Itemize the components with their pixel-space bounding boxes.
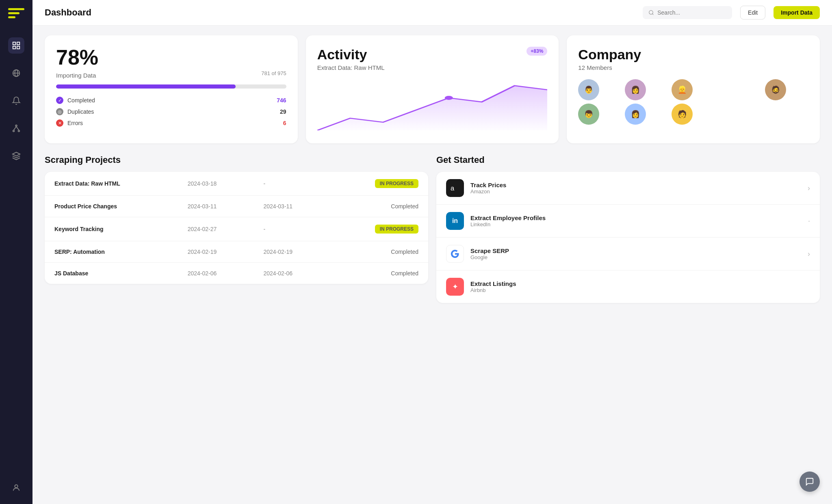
stat-errors-label: Errors <box>67 120 279 126</box>
project-name: Product Price Changes <box>45 196 178 217</box>
table-row: Product Price Changes 2024-03-11 2024-03… <box>45 196 428 217</box>
gs-subtitle-airbnb: Airbnb <box>470 287 810 293</box>
main-content: Dashboard Edit Import Data 78% Importing… <box>32 0 832 504</box>
gs-title-amazon: Track Prices <box>470 182 801 188</box>
sidebar-item-nodes[interactable] <box>8 120 24 136</box>
company-card: Company 12 Members 👨 👩 👱 🧔 👦 👩 🧑 <box>567 35 820 143</box>
svg-rect-0 <box>13 42 15 45</box>
get-started-section: Get Started a Track Prices Amazon › in E… <box>436 155 820 303</box>
sidebar-item-layers[interactable] <box>8 148 24 164</box>
project-status: IN PROGRESS <box>329 217 428 241</box>
get-started-item-amazon[interactable]: a Track Prices Amazon › <box>436 172 820 205</box>
stat-duplicates-value: 29 <box>280 108 286 115</box>
svg-point-14 <box>649 11 653 14</box>
svg-rect-3 <box>17 46 20 49</box>
google-icon <box>446 245 464 263</box>
project-start-date: 2024-02-27 <box>178 217 254 241</box>
avatar: 🧑 <box>672 104 693 125</box>
svg-point-7 <box>15 125 17 127</box>
import-label: Importing Data <box>56 72 96 79</box>
project-end-date: - <box>254 172 330 196</box>
sidebar-user[interactable] <box>8 480 24 496</box>
amazon-icon: a <box>446 179 464 197</box>
projects-table: Extract Data: Raw HTML 2024-03-18 - IN P… <box>45 172 428 284</box>
svg-line-10 <box>14 126 16 130</box>
app-logo <box>8 8 24 21</box>
stat-completed: ✓ Completed 746 <box>56 97 286 104</box>
scraping-projects-title: Scraping Projects <box>45 155 428 165</box>
get-started-title: Get Started <box>436 155 820 165</box>
project-start-date: 2024-03-11 <box>178 196 254 217</box>
project-name: Keyword Tracking <box>45 217 178 241</box>
completed-icon: ✓ <box>56 97 63 104</box>
user-icon[interactable] <box>8 480 24 496</box>
svg-rect-1 <box>17 42 20 45</box>
page-content: 78% Importing Data 781 of 975 ✓ Complete… <box>32 26 832 313</box>
status-badge: IN PROGRESS <box>375 179 418 188</box>
activity-card: Activity +83% Extract Data: Raw HTML <box>306 35 559 143</box>
progress-bar-background <box>56 84 286 89</box>
get-started-item-airbnb[interactable]: ✦ Extract Listings Airbnb <box>436 270 820 303</box>
gs-text-airbnb: Extract Listings Airbnb <box>470 280 810 293</box>
table-row: JS Database 2024-02-06 2024-02-06 Comple… <box>45 263 428 284</box>
avatar: 👱 <box>672 79 693 100</box>
search-icon <box>648 9 654 16</box>
sidebar <box>0 0 32 504</box>
get-started-item-linkedin[interactable]: in Extract Employee Profiles LinkedIn - <box>436 205 820 238</box>
get-started-item-google[interactable]: Scrape SERP Google › <box>436 238 820 270</box>
import-data-button[interactable]: Import Data <box>774 6 820 19</box>
project-end-date: - <box>254 217 330 241</box>
project-name: SERP: Automation <box>45 241 178 263</box>
project-name: Extract Data: Raw HTML <box>45 172 178 196</box>
import-card: 78% Importing Data 781 of 975 ✓ Complete… <box>45 35 298 143</box>
search-bar[interactable] <box>643 6 732 19</box>
gs-title-linkedin: Extract Employee Profiles <box>470 214 802 221</box>
project-status: Completed <box>329 263 428 284</box>
svg-rect-2 <box>13 46 15 49</box>
stat-completed-label: Completed <box>67 97 273 104</box>
page-title: Dashboard <box>45 7 635 18</box>
avatar: 👩 <box>625 104 646 125</box>
chat-button[interactable] <box>800 472 820 492</box>
import-header: Importing Data 781 of 975 <box>56 70 286 80</box>
svg-text:a: a <box>451 184 455 192</box>
duplicate-icon: ◎ <box>56 108 63 115</box>
edit-button[interactable]: Edit <box>740 6 765 19</box>
table-row: Keyword Tracking 2024-02-27 - IN PROGRES… <box>45 217 428 241</box>
svg-line-11 <box>16 126 19 130</box>
sidebar-item-globe[interactable] <box>8 65 24 81</box>
gs-text-google: Scrape SERP Google <box>470 247 801 260</box>
sidebar-item-dashboard[interactable] <box>8 37 24 54</box>
svg-marker-12 <box>13 152 20 156</box>
svg-point-13 <box>15 485 17 488</box>
dash-icon: - <box>808 218 810 224</box>
project-start-date: 2024-03-18 <box>178 172 254 196</box>
activity-badge: +83% <box>526 47 547 56</box>
top-cards-row: 78% Importing Data 781 of 975 ✓ Complete… <box>45 35 820 143</box>
avatars-grid: 👨 👩 👱 🧔 👦 👩 🧑 <box>578 79 808 125</box>
avatar: 🧔 <box>765 79 786 100</box>
gs-title-google: Scrape SERP <box>470 247 801 254</box>
projects-card: Extract Data: Raw HTML 2024-03-18 - IN P… <box>45 172 428 284</box>
avatar: 👦 <box>578 104 599 125</box>
project-start-date: 2024-02-19 <box>178 241 254 263</box>
get-started-card: a Track Prices Amazon › in Extract Emplo… <box>436 172 820 303</box>
company-subtitle: 12 Members <box>578 64 808 71</box>
svg-point-17 <box>444 96 453 100</box>
stat-duplicates-label: Duplicates <box>67 108 276 115</box>
svg-point-8 <box>13 130 15 132</box>
gs-subtitle-amazon: Amazon <box>470 188 801 195</box>
search-input[interactable] <box>657 9 726 16</box>
gs-subtitle-google: Google <box>470 254 801 260</box>
company-title: Company <box>578 47 808 63</box>
arrow-icon: › <box>808 250 810 258</box>
project-end-date: 2024-02-19 <box>254 241 330 263</box>
stat-errors: ✕ Errors 6 <box>56 119 286 127</box>
stat-duplicates: ◎ Duplicates 29 <box>56 108 286 115</box>
sidebar-item-notifications[interactable] <box>8 93 24 109</box>
import-count: 781 of 975 <box>261 70 286 76</box>
activity-chart <box>317 78 548 130</box>
svg-marker-16 <box>317 86 548 130</box>
stat-completed-value: 746 <box>277 97 286 104</box>
error-icon: ✕ <box>56 119 63 127</box>
